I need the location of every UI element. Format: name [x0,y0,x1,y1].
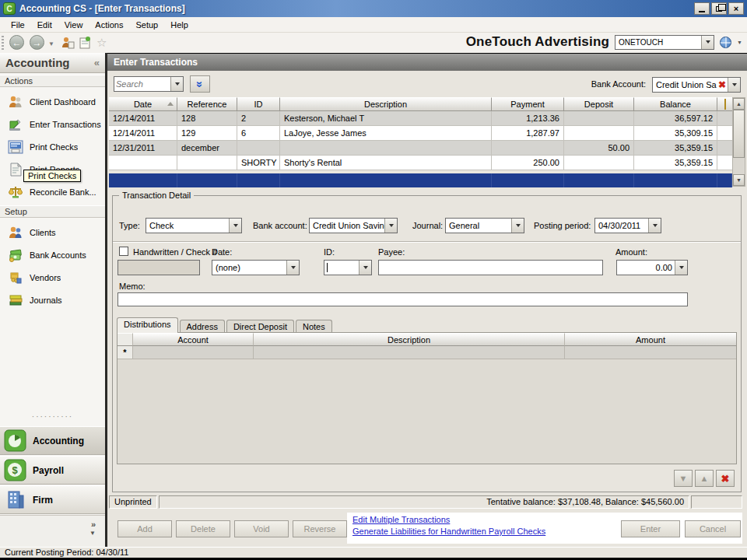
client-name: OneTouch Advertising [466,34,609,50]
amount-field[interactable]: 0.00 [616,260,688,275]
sidebar-splitter[interactable]: ·········· [0,412,105,421]
chevron-down-icon [675,261,687,275]
chevron-down-icon [648,219,661,233]
distribution-new-row[interactable]: * [117,346,736,359]
sidebar-item-client-dashboard[interactable]: Client Dashboard [0,90,105,113]
void-button[interactable]: Void [234,520,289,537]
more-options-icon[interactable]: ▼ [89,530,96,537]
sidebar-item-print-checks[interactable]: Print Checks [0,135,105,158]
edit-multiple-transactions-link[interactable]: Edit Multiple Transactions [352,515,545,524]
tab-distributions[interactable]: Distributions [117,317,178,333]
column-header-payment[interactable]: Payment [492,97,564,111]
search-input[interactable] [114,77,170,91]
bank-account-select[interactable]: Credit Union Sa ✖ [652,77,741,93]
search-input-combo[interactable] [114,76,184,92]
close-icon: × [734,5,738,13]
nav-payroll[interactable]: $ Payroll [0,456,105,485]
delete-distribution-button[interactable]: ✖ [716,470,735,487]
payee-input[interactable] [379,261,602,275]
memo-input[interactable] [118,293,687,306]
transaction-row[interactable]: SHORTY Shorty's Rental 250.00 35,359.15 [109,156,745,170]
delete-button[interactable]: Delete [176,520,230,537]
generate-liabilities-link[interactable]: Generate Liabilities for Handwritten Pay… [352,527,545,536]
menu-file[interactable]: File [5,19,31,31]
scroll-up-icon[interactable]: ▲ [733,98,745,110]
move-down-button[interactable]: ▼ [674,470,693,487]
transaction-row[interactable]: 12/14/2011 128 2 Kesterson, Michael T 1,… [109,111,745,126]
selected-new-transaction-row[interactable] [109,173,732,187]
column-header-balance[interactable]: Balance [634,97,717,111]
column-header-date[interactable]: Date [109,97,177,111]
type-label: Type: [119,221,140,230]
globe-icon[interactable] [720,37,731,48]
enter-button[interactable]: Enter [621,520,680,537]
handwritten-checkbox[interactable] [119,247,128,256]
globe-dropdown-icon[interactable]: ▼ [737,40,742,45]
nav-label: Firm [33,495,53,506]
menu-help[interactable]: Help [164,19,195,31]
sidebar-item-enter-transactions[interactable]: Enter Transactions [0,113,105,135]
add-button[interactable]: Add [117,520,172,537]
restore-button[interactable] [711,2,727,15]
sidebar-item-bank-accounts[interactable]: Bank Accounts [0,243,105,266]
tab-direct-deposit[interactable]: Direct Deposit [226,320,294,333]
posting-period-select[interactable]: 04/30/2011 [594,218,661,233]
nav-firm[interactable]: Firm [0,485,105,514]
sidebar-item-vendors[interactable]: Vendors [0,266,105,289]
dist-column-description[interactable]: Description [254,333,565,346]
memo-field[interactable] [117,292,688,306]
type-select[interactable]: Check [146,218,242,233]
reverse-button[interactable]: Reverse [293,520,347,537]
cancel-button[interactable]: Cancel [685,520,741,537]
collapse-sidebar-icon[interactable]: « [94,57,100,68]
note-icon[interactable] [78,36,92,50]
minimize-button[interactable] [694,2,710,15]
client-icon[interactable] [61,36,75,50]
client-select[interactable]: ONETOUCH [615,35,714,50]
forward-button[interactable]: → [30,35,44,50]
scroll-thumb[interactable] [733,110,745,158]
id-select[interactable] [324,260,372,275]
column-header-attachment[interactable] [717,97,732,111]
sidebar-item-clients[interactable]: Clients [0,221,105,243]
close-button[interactable]: × [728,2,744,15]
nav-accounting[interactable]: Accounting [0,426,105,455]
clear-filter-icon[interactable]: ✖ [717,79,728,90]
menu-setup[interactable]: Setup [129,19,164,31]
dist-column-account[interactable]: Account [133,333,254,346]
nav-label: Payroll [33,465,64,476]
column-header-id[interactable]: ID [237,97,280,111]
dist-column-amount[interactable]: Amount [565,333,736,346]
journal-select[interactable]: General [445,218,524,233]
menu-edit[interactable]: Edit [31,19,58,31]
detail-tabs: Distributions Address Direct Deposit Not… [117,317,334,333]
date-select[interactable]: (none) [212,260,300,275]
sidebar-item-reconcile-bank[interactable]: Reconcile Bank... [0,180,105,203]
payee-field[interactable] [378,260,603,275]
scroll-down-icon[interactable]: ▼ [733,174,745,186]
tab-notes[interactable]: Notes [296,320,332,333]
move-up-button[interactable]: ▲ [695,470,714,487]
column-header-description[interactable]: Description [280,97,492,111]
sidebar-item-journals[interactable]: Journals [0,289,105,311]
menu-actions[interactable]: Actions [89,19,129,31]
transaction-row[interactable]: 12/31/2011 december 50.00 35,359.15 [109,141,745,156]
grid-scrollbar[interactable]: ▲ ▼ [732,97,745,187]
nav-dropdown-icon[interactable]: ▼ [48,40,54,47]
back-button[interactable]: ← [9,35,24,50]
actions-section-header: Actions [0,75,105,87]
detail-bank-account-select[interactable]: Credit Union Savings [309,218,398,233]
sidebar-footer: » ▼ [0,515,105,547]
column-header-deposit[interactable]: Deposit [564,97,634,111]
expand-icon[interactable]: » [91,520,96,529]
tab-address[interactable]: Address [180,320,225,333]
transaction-row[interactable]: 12/14/2011 129 6 LaJoye, Jesse James 1,2… [109,126,745,141]
menu-view[interactable]: View [58,19,89,31]
detail-divider [113,241,741,243]
setup-section-header: Setup [0,205,105,218]
favorites-star-icon[interactable]: ☆ [96,36,110,50]
main-panel: Enter Transactions » Bank Account: Credi… [107,53,747,547]
column-header-reference[interactable]: Reference [177,97,237,111]
expand-search-button[interactable]: » [190,75,210,93]
reconcile-bank-icon [8,184,23,200]
